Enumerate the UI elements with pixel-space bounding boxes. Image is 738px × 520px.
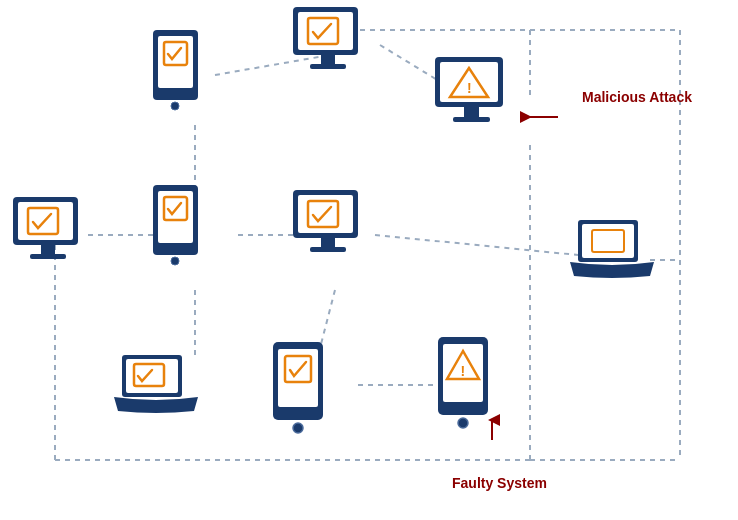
tablet-bottom-right-alert: ! bbox=[433, 335, 493, 435]
svg-rect-35 bbox=[453, 117, 490, 122]
tablet-top-left bbox=[148, 28, 203, 118]
svg-point-61 bbox=[293, 423, 303, 433]
tablet-bottom-center-icon bbox=[268, 340, 328, 440]
svg-rect-30 bbox=[310, 64, 346, 69]
tablet-icon bbox=[148, 28, 203, 118]
svg-rect-34 bbox=[464, 107, 479, 117]
svg-rect-40 bbox=[41, 245, 55, 255]
tablet-alert-icon: ! bbox=[433, 335, 493, 435]
svg-point-26 bbox=[171, 102, 179, 110]
laptop-right bbox=[568, 218, 656, 288]
monitor-ok-icon bbox=[288, 5, 368, 85]
tablet-center-left-icon bbox=[148, 183, 203, 273]
svg-line-6 bbox=[375, 235, 578, 255]
monitor-left bbox=[8, 195, 88, 275]
svg-point-66 bbox=[458, 418, 468, 428]
monitor-alert-icon: ! bbox=[430, 55, 515, 140]
laptop-bottom-left-icon bbox=[112, 353, 200, 428]
laptop-bottom-left bbox=[112, 353, 200, 428]
monitor-center bbox=[288, 188, 368, 268]
monitor-malicious: ! bbox=[430, 55, 515, 140]
svg-point-46 bbox=[171, 257, 179, 265]
faulty-system-label: Faulty System bbox=[452, 475, 547, 492]
network-diagram: ! bbox=[0, 0, 738, 520]
tablet-bottom-center bbox=[268, 340, 328, 440]
svg-rect-50 bbox=[310, 247, 346, 252]
laptop-right-icon bbox=[568, 218, 656, 288]
svg-text:!: ! bbox=[461, 363, 466, 379]
svg-text:!: ! bbox=[467, 80, 472, 96]
monitor-top-center bbox=[288, 5, 368, 85]
malicious-attack-label: Malicious Attack bbox=[582, 88, 692, 106]
monitor-left-icon bbox=[8, 195, 88, 275]
svg-rect-41 bbox=[30, 254, 66, 259]
monitor-center-icon bbox=[288, 188, 368, 268]
tablet-center-left bbox=[148, 183, 203, 273]
svg-rect-29 bbox=[321, 55, 335, 65]
svg-rect-49 bbox=[321, 238, 335, 248]
